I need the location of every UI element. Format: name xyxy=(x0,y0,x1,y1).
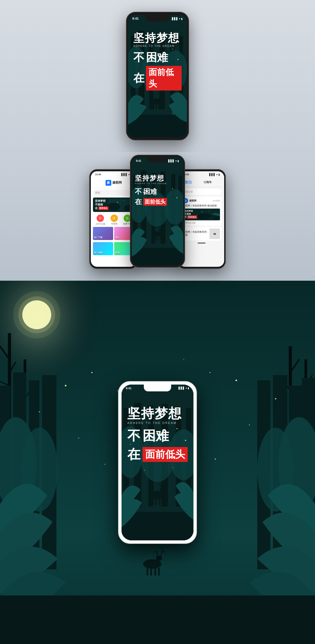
app-wifi-icon: ▾ xyxy=(128,173,130,176)
line2-top: 不 困难 xyxy=(133,50,182,65)
wifi-icon: ▾ xyxy=(179,17,180,20)
app-search-bar[interactable]: 搜索 xyxy=(93,190,134,196)
phone-bottom: 9:41 ▋▋▋ ▾ ▮ 坚持梦想 ADHERE TO THE DREAM 不 … xyxy=(118,381,197,544)
center-line3-c1: 在 xyxy=(135,197,142,206)
svg-line-17 xyxy=(162,91,163,92)
center-battery: ▮ xyxy=(177,159,179,162)
line2-char2: 困难 xyxy=(146,50,168,65)
bottom-subtitle: ADHERE TO THE DREAM xyxy=(127,421,188,424)
svg-point-154 xyxy=(173,467,174,468)
article-2[interactable]: 摄图网丨有版权数商用-方图 📷 xyxy=(181,227,222,241)
wechat-search-bar[interactable]: 搜索文章 xyxy=(181,189,222,195)
bottom-signal: ▋▋▋ xyxy=(178,387,185,390)
app-logo-text: 摄图网 xyxy=(112,180,122,185)
wechat-header: < 微信 订阅号 xyxy=(179,178,224,187)
icon-commercial[interactable]: 商 可商用 xyxy=(111,215,118,225)
center-time: 9:41 xyxy=(136,159,141,162)
svg-rect-38 xyxy=(132,157,183,265)
grid-section2: 热门攻略 新增 xyxy=(91,242,136,255)
wechat-battery: ▮ xyxy=(218,173,220,176)
phone-screen-center: 9:41 ▋▋▋ ▾ ▮ 坚持梦想 ADHERE TO THE DREAM 不 … xyxy=(132,157,183,265)
thumb-line3: 在 面前低头 xyxy=(185,215,197,219)
center-wifi: ▾ xyxy=(175,159,177,162)
svg-point-153 xyxy=(144,470,145,471)
phone-notch-bottom xyxy=(144,385,171,391)
svg-rect-57 xyxy=(156,236,157,241)
svg-rect-12 xyxy=(128,115,187,137)
article-likes: 点赞发送话题 xyxy=(183,221,220,224)
svg-rect-22 xyxy=(158,104,160,109)
section-middle: 13:45 ▋▋▋ ▾ ▮ 摄 摄图网 搜索 xyxy=(0,152,315,281)
grid-item-3[interactable]: 热门攻略 xyxy=(93,242,113,255)
grid-section1: 热门下载 精品 xyxy=(91,227,136,241)
svg-point-70 xyxy=(209,211,209,211)
forest-text-top: 坚持梦想 ADHERE TO THE DREAM 不 困难 在 面前低头 xyxy=(128,32,187,91)
app-logo: 摄 摄图网 xyxy=(106,180,122,186)
svg-rect-23 xyxy=(161,104,162,109)
grid-item-1[interactable]: 热门下载 xyxy=(93,227,113,240)
center-title: 坚持梦想 xyxy=(135,174,180,182)
bottom-forest-content: 9:41 ▋▋▋ ▾ ▮ 坚持梦想 ADHERE TO THE DREAM 不 … xyxy=(122,385,193,540)
svg-point-34 xyxy=(107,203,120,211)
phone-screen-left: 13:45 ▋▋▋ ▾ ▮ 摄 摄图网 搜索 xyxy=(91,171,136,267)
phone-notch-top xyxy=(145,15,170,21)
search-placeholder: 搜索 xyxy=(95,191,100,195)
svg-line-16 xyxy=(163,92,164,94)
svg-point-50 xyxy=(159,229,162,232)
svg-point-137 xyxy=(160,488,166,492)
line3-char1: 在 xyxy=(133,71,144,86)
svg-point-36 xyxy=(117,202,118,203)
svg-line-55 xyxy=(158,226,159,227)
wechat-wifi: ▾ xyxy=(216,173,218,176)
svg-point-136 xyxy=(149,491,165,499)
svg-line-54 xyxy=(159,226,160,229)
bottom-forest-text: 坚持梦想 ADHERE TO THE DREAM 不 困难 在 面前低头 xyxy=(122,406,193,463)
app-time: 13:45 xyxy=(95,173,101,176)
bottom-line2: 不 困难 xyxy=(127,427,188,445)
grid-label-2: 精品 xyxy=(115,236,119,239)
wechat-screen: 13:55 ▋▋▋ ▾ ▮ < 微信 订阅号 搜索文章 xyxy=(179,171,224,267)
icon-100[interactable]: 百 100%正版 xyxy=(96,215,105,225)
thumb-line2: 不困难 xyxy=(185,212,197,215)
section-bottom: 9:41 ▋▋▋ ▾ ▮ 坚持梦想 ADHERE TO THE DREAM 不 … xyxy=(0,281,315,644)
author-name: 摄图网 xyxy=(189,199,196,203)
svg-line-52 xyxy=(162,226,164,227)
svg-line-138 xyxy=(164,483,166,488)
app-status-bar: 13:45 ▋▋▋ ▾ ▮ xyxy=(91,171,136,178)
svg-rect-59 xyxy=(160,236,161,241)
icon-label-com: 可商用 xyxy=(111,222,117,225)
icon-circle-com: 商 xyxy=(111,215,118,222)
status-icons-top: ▋▋▋ ▾ ▮ xyxy=(172,17,183,20)
red-box-top: 面前低头 xyxy=(146,66,182,91)
center-line2-c1: 不 xyxy=(135,187,142,196)
mini-banner: 坚持梦想 不困难 在 面前低头 xyxy=(93,198,134,212)
status-time-top: 9:41 xyxy=(132,17,139,20)
forest-bg-top: 9:41 ▋▋▋ ▾ ▮ 坚持梦想 ADHERE TO THE DREAM 不 xyxy=(128,15,187,137)
svg-rect-21 xyxy=(156,104,157,109)
mini-banner-text: 坚持梦想 不困难 在 面前低头 xyxy=(95,199,108,210)
banner-red: 面前低头 xyxy=(98,206,108,210)
center-signal: ▋▋▋ xyxy=(168,159,175,162)
bottom-status-icons: ▋▋▋ ▾ ▮ xyxy=(178,387,189,390)
svg-line-53 xyxy=(161,224,162,226)
article-1[interactable]: 摄 摄图网 2分钟前 摄图网丨有版权数商用-微信配图 xyxy=(181,196,222,226)
phone-screen-top: 9:41 ▋▋▋ ▾ ▮ 坚持梦想 ADHERE TO THE DREAM 不 xyxy=(128,15,187,137)
center-forest-text: 坚持梦想 ADHERE TO THE DREAM 不 困难 在 面前低头 xyxy=(132,174,183,206)
thumb-red: 面前低头 xyxy=(187,215,197,219)
center-notch xyxy=(147,157,168,162)
article-time: 2分钟前 xyxy=(213,199,220,202)
svg-line-51 xyxy=(161,226,162,229)
wechat-signal: ▋▋▋ xyxy=(209,173,216,176)
app-signal-icon: ▋▋▋ xyxy=(121,173,128,176)
svg-line-18 xyxy=(160,93,161,96)
article-title-1: 摄图网丨有版权数商用-微信配图 xyxy=(183,204,220,207)
center-icons: ▋▋▋ ▾ ▮ xyxy=(168,159,179,162)
svg-point-14 xyxy=(159,96,163,99)
center-line3: 在 面前低头 xyxy=(135,197,180,206)
svg-rect-146 xyxy=(162,498,164,505)
grid-label-3: 热门攻略 xyxy=(94,251,102,254)
svg-point-24 xyxy=(150,100,153,102)
line3-top: 在 面前低头 xyxy=(133,66,182,91)
grid-label-4: 新增 xyxy=(115,251,119,254)
svg-rect-144 xyxy=(155,498,157,505)
